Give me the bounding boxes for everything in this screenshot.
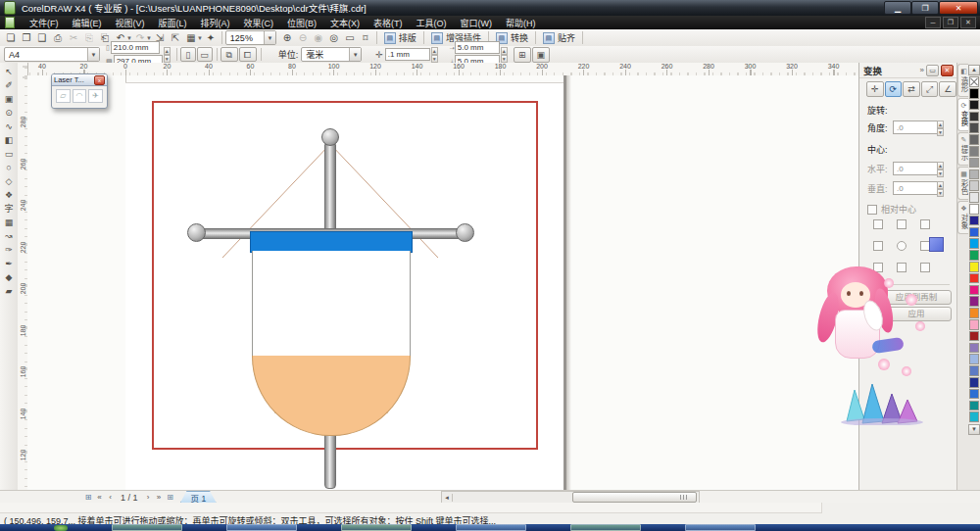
pole-top-ball[interactable] (321, 128, 339, 146)
text-tool[interactable]: 字 (2, 203, 17, 216)
swatch-#F7A8C4[interactable] (969, 319, 979, 330)
smart-fill-tool[interactable]: ◧ (2, 134, 17, 147)
docker-expand-icon[interactable]: » (920, 66, 924, 74)
menu-效果(C)[interactable]: 效果(C) (237, 17, 281, 29)
units-combo[interactable]: 毫米▼ (301, 47, 362, 62)
swatch-#2A5FD7[interactable] (969, 227, 979, 238)
cut-button[interactable]: ✂ (66, 31, 81, 45)
fill-tool[interactable]: ◆ (2, 271, 17, 284)
copy-button[interactable]: ⎘ (81, 31, 97, 45)
transform-scale-mirror-button[interactable]: ⇄ (903, 81, 920, 97)
landscape-button[interactable]: ▭ (197, 47, 213, 62)
polygon-tool[interactable]: ◇ (2, 175, 17, 188)
duplicate-x-field[interactable]: 5.0 mm (455, 41, 500, 54)
plugin-button-贴齐[interactable]: ▤贴齐 (539, 31, 579, 45)
swatch-#999999[interactable] (969, 158, 979, 169)
last-page-icon[interactable]: » (154, 493, 165, 502)
anchor-checkbox-0-2[interactable] (920, 219, 930, 229)
current-page-button[interactable]: ⧠ (239, 47, 257, 62)
swatch-#E6E6E6[interactable] (969, 192, 979, 203)
swatch-#8E79B9[interactable] (969, 343, 979, 354)
swatch-#666666[interactable] (969, 134, 979, 145)
crossbar-left-ball[interactable] (187, 223, 206, 242)
swatch-#5E7BC4[interactable] (969, 365, 979, 376)
angle-spinner[interactable]: ▲▼ (937, 121, 944, 136)
export-button[interactable]: ⇱ (168, 31, 183, 45)
zoom-page-button[interactable]: ▭ (342, 31, 358, 45)
rectangle-tool[interactable]: ▭ (2, 148, 17, 161)
swatch-#E5177F[interactable] (969, 285, 979, 296)
center-v-field[interactable]: .0 (893, 181, 939, 195)
interactive-blend-tool[interactable]: ↝ (2, 230, 17, 243)
menu-编辑(E)[interactable]: 编辑(E) (66, 17, 109, 29)
maximize-button[interactable]: ❐ (911, 1, 939, 15)
zoom-in-button[interactable]: ⊕ (279, 31, 295, 45)
swatch-#ED3124[interactable] (969, 273, 979, 284)
open-document-button[interactable]: ❐ (19, 31, 34, 45)
menu-工具(O)[interactable]: 工具(O) (410, 17, 454, 29)
plugin-button-排版[interactable]: ▤排版 (380, 31, 420, 45)
banner-body[interactable] (252, 251, 411, 357)
docker-close-button[interactable]: ✕ (941, 65, 954, 76)
palette-scroll-down[interactable]: ▼ (968, 424, 980, 435)
anchor-checkbox-2-1[interactable] (897, 263, 906, 272)
swatch-#8C1D82[interactable] (969, 296, 979, 307)
zoom-tool[interactable]: ⊙ (2, 107, 17, 120)
nudge-spinner[interactable]: ▲▼ (431, 47, 438, 63)
portrait-button[interactable]: ▯ (180, 47, 196, 62)
menu-窗口(W)[interactable]: 窗口(W) (454, 17, 500, 29)
swatch-#808080[interactable] (969, 146, 979, 157)
swatch-#9FB8E2[interactable] (969, 354, 979, 364)
ellipse-tool[interactable]: ○ (2, 162, 17, 174)
nudge-field[interactable]: .1 mm (385, 48, 430, 61)
zoom-all-objects-button[interactable]: ◎ (326, 31, 342, 45)
swatch-#12A158[interactable] (969, 250, 979, 261)
treat-as-filled-button[interactable]: ▣ (532, 47, 550, 63)
apply-to-duplicate-button[interactable]: 应用到再制 (881, 290, 952, 305)
menu-文本(X)[interactable]: 文本(X) (323, 17, 367, 29)
freehand-tool[interactable]: ∿ (2, 121, 17, 133)
transform-position-button[interactable]: ✛ (866, 81, 884, 97)
transform-rotate-button[interactable]: ⟳ (885, 81, 903, 97)
swatch-#F28A21[interactable] (969, 308, 979, 318)
new-document-button[interactable]: ❏ (3, 31, 19, 45)
menu-视图(V)[interactable]: 视图(V) (109, 17, 152, 29)
print-button[interactable]: ⎙ (50, 31, 66, 45)
all-pages-button[interactable]: ⧉ (220, 47, 238, 62)
swatch-#1A1A1A[interactable] (969, 100, 979, 111)
menu-排列(A)[interactable]: 排列(A) (194, 17, 237, 29)
crop-tool[interactable]: ▣ (2, 93, 17, 106)
mdi-restore-button[interactable]: ❐ (943, 17, 958, 28)
anchor-checkbox-0-1[interactable] (897, 219, 906, 229)
swatch-#9E1F20[interactable] (969, 331, 979, 342)
first-page-icon[interactable]: « (94, 493, 105, 502)
taskbar-window-3[interactable] (341, 524, 412, 531)
swatch-#333333[interactable] (969, 112, 979, 122)
anchor-checkbox-1-1[interactable] (897, 241, 906, 251)
anchor-checkbox-2-0[interactable] (873, 263, 883, 272)
anchor-checkbox-0-0[interactable] (873, 219, 883, 229)
paper-size-combo[interactable]: A4▼ (4, 47, 100, 62)
zoom-page-width-button[interactable]: ⌑ (358, 31, 373, 45)
transform-skew-button[interactable]: ∠ (939, 81, 956, 97)
start-button[interactable] (54, 525, 68, 531)
eyedropper-tool[interactable]: ✑ (2, 244, 17, 257)
shape-tool[interactable]: ✐ (2, 79, 17, 92)
duplicate-spinner[interactable]: ▲▼ (501, 47, 508, 63)
banner-top-band[interactable] (250, 231, 413, 253)
swatch-#19B5CE[interactable] (969, 411, 979, 422)
anchor-checkbox-1-2[interactable] (920, 241, 930, 251)
center-h-field[interactable]: .0 (893, 162, 939, 175)
taskbar-window-5[interactable] (570, 524, 641, 531)
save-document-button[interactable]: ❑ (34, 31, 50, 45)
table-tool[interactable]: ▦ (2, 217, 17, 229)
swatch-#CCCCCC[interactable] (969, 180, 979, 191)
close-button[interactable]: ✕ (939, 1, 978, 15)
interactive-fill-tool[interactable]: ▰ (2, 285, 17, 298)
menu-表格(T)[interactable]: 表格(T) (367, 17, 410, 29)
add-page-after-icon[interactable]: ⊞ (165, 493, 176, 502)
docker-collapse-button[interactable]: ▭ (926, 65, 939, 76)
add-page-icon[interactable]: ⊞ (82, 493, 94, 502)
snap-options-button[interactable]: ⊞ (514, 47, 531, 63)
scroll-left-icon[interactable]: ◂ (442, 494, 453, 502)
